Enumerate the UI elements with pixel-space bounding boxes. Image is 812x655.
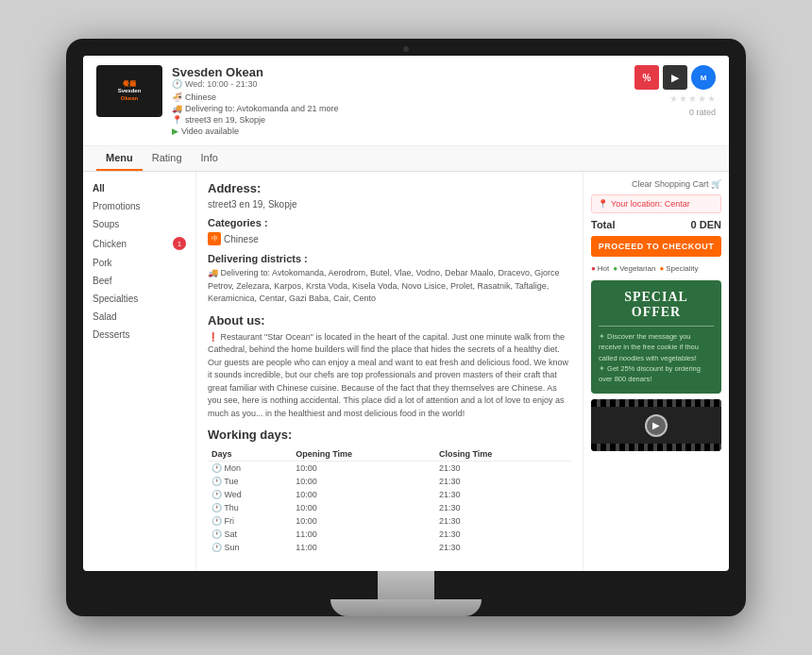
clock-icon: 🕐 [172, 79, 182, 89]
video-icon: ▶ [172, 126, 178, 136]
delivery-tag[interactable]: 🚚 Delivering to: Avtokomanda and 21 more [172, 104, 625, 113]
about-icon: ❗ [208, 332, 221, 342]
day-icon: 🕐 [211, 529, 222, 539]
restaurant-header: 餐廳 Svesden Okean Svesden Okean 🕐 Wed: 10… [83, 56, 729, 146]
nav-tabs: Menu Rating Info [83, 146, 729, 172]
checkout-button[interactable]: PROCEED TO CHECKOUT [591, 236, 721, 257]
cuisine-tag: 🍜 Chinese [172, 92, 625, 102]
logo-name: Svesden [118, 88, 142, 95]
header-icons: % ▶ M [634, 65, 716, 90]
restaurant-name: Svesden Okean [172, 65, 625, 79]
play-button[interactable]: ▶ [645, 414, 668, 437]
address-value: street3 en 19, Skopje [208, 199, 571, 210]
camera-dot [403, 46, 409, 52]
cuisine-icon: 🍜 [172, 92, 182, 102]
working-days-title: Working days: [208, 428, 571, 442]
special-offer-title: SPECiAL OFFER [599, 290, 714, 320]
day-icon: 🕐 [211, 516, 222, 526]
restaurant-logo: 餐廳 Svesden Okean [96, 65, 162, 117]
video-tag: ▶ Video available [172, 126, 625, 136]
table-row: 🕐 Thu 10:00 21:30 [208, 501, 571, 514]
sidebar-item-salad[interactable]: Salad [83, 308, 195, 326]
categories-label: Categories : [208, 217, 571, 228]
days-table: Days Opening Time Closing Time 🕐 Mon 10:… [208, 447, 571, 554]
total-row: Total 0 DEN [591, 219, 721, 230]
speciality-icon: ● [659, 264, 664, 273]
sidebar-item-promotions[interactable]: Promotions [83, 197, 195, 215]
chicken-badge: 1 [173, 237, 186, 250]
table-row: 🕐 Sat 11:00 21:30 [208, 528, 571, 541]
main-content: All Promotions Soups Chicken 1 Pork [83, 172, 729, 571]
list-item: Discover the message you receive in the … [599, 331, 714, 363]
cart-icon: 🛒 [711, 179, 721, 189]
total-label: Total [591, 219, 615, 230]
day-icon: 🕐 [211, 503, 222, 512]
address-title: Address: [208, 181, 571, 195]
sidebar: All Promotions Soups Chicken 1 Pork [83, 172, 196, 571]
day-icon: 🕐 [211, 490, 222, 499]
about-text: ❗ Restaurant "Star Ocean" is located in … [208, 331, 571, 421]
video-button[interactable]: ▶ [663, 65, 687, 90]
stand-base [330, 599, 482, 616]
working-days-section: Working days: Days Opening Time Closing … [208, 428, 571, 554]
list-item: Get 25% discount by ordering over 800 de… [599, 363, 714, 385]
hot-icon: ● [591, 264, 596, 273]
location-icon: 📍 [172, 115, 182, 125]
rating-count: 0 rated [689, 108, 716, 117]
sidebar-item-desserts[interactable]: Desserts [83, 326, 195, 344]
center-content: Address: street3 en 19, Skopje Categorie… [196, 172, 583, 571]
delivering-label: Delivering districts : [208, 253, 571, 264]
info-tags: 🍜 Chinese 🚚 Delivering to: Avtokomanda a… [172, 92, 625, 136]
categories-section: Categories : 中 Chinese [208, 217, 571, 245]
sidebar-item-beef[interactable]: Beef [83, 272, 195, 290]
sidebar-item-specialties[interactable]: Specialties [83, 290, 195, 308]
col-days: Days [208, 447, 292, 462]
tab-info[interactable]: Info [192, 146, 228, 171]
tab-menu[interactable]: Menu [96, 146, 143, 171]
special-offer-text: Discover the message you receive in the … [599, 331, 714, 384]
sidebar-item-chicken[interactable]: Chicken 1 [83, 233, 195, 254]
special-offer-divider [599, 326, 714, 327]
delivery-icon: 🚚 [172, 104, 182, 113]
address-tag: 📍 street3 en 19, Skopje [172, 115, 625, 125]
delivering-text: 🚚 Delivering to: Avtokomanda, Aerodrom, … [208, 267, 571, 306]
day-icon: 🕐 [211, 477, 222, 486]
delivering-section: Delivering districts : 🚚 Delivering to: … [208, 253, 571, 306]
monitor-stand [83, 571, 729, 616]
sidebar-item-all[interactable]: All [83, 179, 195, 197]
total-value: 0 DEN [691, 219, 721, 230]
table-row: 🕐 Fri 10:00 21:30 [208, 514, 571, 528]
monitor: 餐廳 Svesden Okean Svesden Okean 🕐 Wed: 10… [66, 39, 746, 616]
day-icon: 🕐 [211, 543, 222, 552]
table-row: 🕐 Tue 10:00 21:30 [208, 475, 571, 488]
tab-rating[interactable]: Rating [143, 146, 192, 171]
filmstrip-top [591, 399, 721, 407]
table-row: 🕐 Mon 10:00 21:30 [208, 462, 571, 476]
clear-cart-button[interactable]: Clear Shopping Cart 🛒 [591, 179, 721, 189]
special-offer-banner: SPECiAL OFFER Discover the message you r… [591, 280, 721, 394]
chinese-cuisine-icon: 中 [208, 232, 221, 245]
col-close: Closing Time [435, 447, 571, 462]
stand-neck [378, 571, 434, 599]
diet-tags: ● Hot ● Vegetarian ● Speciality [591, 264, 721, 273]
about-section: About us: ❗ Restaurant "Star Ocean" is l… [208, 313, 571, 421]
category-tag: 中 Chinese [208, 232, 259, 245]
diet-tag-hot: ● Hot [591, 264, 609, 273]
video-thumbnail[interactable]: ▶ [591, 399, 721, 451]
star-rating: ★ ★ ★ ★ ★ [669, 93, 716, 104]
about-title: About us: [208, 313, 571, 328]
sidebar-item-soups[interactable]: Soups [83, 215, 195, 233]
header-right: % ▶ M ★ ★ ★ ★ ★ 0 rated [634, 65, 716, 117]
delivery-truck-icon: 🚚 [208, 268, 221, 277]
logo-name2: Okean [118, 95, 142, 103]
location-pin-icon: 📍 [598, 199, 608, 209]
table-row: 🕐 Sun 11:00 21:30 [208, 541, 571, 554]
discount-button[interactable]: % [634, 65, 659, 90]
social-button[interactable]: M [691, 65, 716, 90]
restaurant-hours: 🕐 Wed: 10:00 - 21:30 [172, 79, 625, 89]
day-icon: 🕐 [211, 463, 222, 473]
table-row: 🕐 Wed 10:00 21:30 [208, 488, 571, 501]
filmstrip-bottom [591, 444, 721, 451]
sidebar-item-pork[interactable]: Pork [83, 254, 195, 272]
monitor-screen: 餐廳 Svesden Okean Svesden Okean 🕐 Wed: 10… [83, 56, 729, 571]
